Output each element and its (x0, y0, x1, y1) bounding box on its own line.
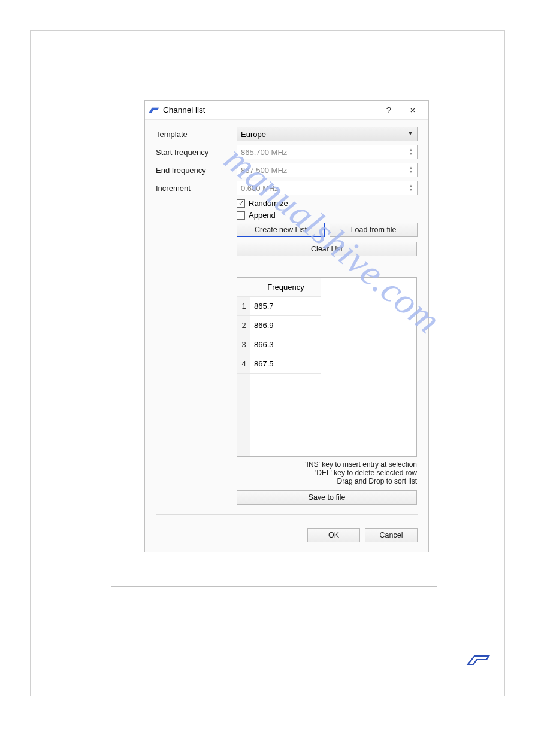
load-from-file-button[interactable]: Load from file (330, 223, 418, 237)
save-to-file-button[interactable]: Save to file (237, 490, 417, 505)
channel-list-dialog: Channel list ? × Template Europe ▼ Start… (144, 100, 429, 552)
close-button[interactable]: × (401, 101, 425, 120)
cancel-button[interactable]: Cancel (365, 528, 418, 542)
randomize-label: Randomize (249, 199, 288, 208)
increment-value: 0.600 MHz (241, 184, 279, 193)
section-separator (156, 266, 418, 266)
row-index: 4 (237, 354, 250, 374)
dialog-body: Template Europe ▼ Start frequency 865.70… (145, 120, 428, 552)
st-logo-icon (466, 652, 490, 669)
footer-rule (42, 675, 493, 675)
start-frequency-value: 865.700 MHz (241, 148, 287, 157)
header-rule (42, 69, 493, 69)
frequency-cell[interactable]: 865.7 (250, 297, 321, 316)
screenshot-frame: Channel list ? × Template Europe ▼ Start… (111, 96, 437, 587)
increment-input[interactable]: 0.600 MHz ▲▼ (237, 181, 418, 195)
help-button[interactable]: ? (377, 101, 401, 120)
increment-label: Increment (156, 184, 237, 193)
clear-list-button[interactable]: Clear List (237, 242, 417, 256)
row-index: 1 (237, 297, 250, 316)
template-select[interactable]: Europe ▼ (237, 127, 418, 141)
append-label: Append (249, 211, 276, 220)
dialog-footer: OK Cancel (156, 514, 418, 542)
template-value: Europe (241, 130, 266, 139)
titlebar: Channel list ? × (145, 101, 428, 120)
frequency-table[interactable]: 1 2 3 4 Frequency 865.7 866.9 866.3 867.… (237, 277, 417, 457)
hint-insert: 'INS' key to insert entry at selection (237, 460, 417, 469)
append-checkbox[interactable] (237, 211, 245, 220)
end-frequency-label: End frequency (156, 166, 237, 175)
row-index: 2 (237, 316, 250, 335)
chevron-down-icon: ▼ (407, 130, 413, 136)
template-label: Template (156, 130, 237, 139)
end-frequency-input[interactable]: 867.500 MHz ▲▼ (237, 163, 418, 177)
hint-delete: 'DEL' key to delete selected row (237, 469, 417, 477)
st-app-icon (149, 106, 159, 114)
randomize-checkbox[interactable]: ✓ (237, 199, 245, 208)
frequency-column-header: Frequency (250, 278, 321, 297)
start-frequency-label: Start frequency (156, 148, 237, 157)
frequency-cell[interactable]: 866.9 (250, 316, 321, 335)
create-new-list-button[interactable]: Create new List (237, 223, 325, 237)
frequency-cell[interactable]: 866.3 (250, 335, 321, 354)
frequency-cell[interactable]: 867.5 (250, 354, 321, 374)
spinner-icon[interactable]: ▲▼ (406, 146, 416, 158)
ok-button[interactable]: OK (307, 528, 360, 542)
spinner-icon[interactable]: ▲▼ (406, 164, 416, 176)
table-hints: 'INS' key to insert entry at selection '… (237, 460, 417, 485)
start-frequency-input[interactable]: 865.700 MHz ▲▼ (237, 145, 418, 159)
row-index: 3 (237, 335, 250, 354)
end-frequency-value: 867.500 MHz (241, 166, 287, 175)
row-header-blank (237, 278, 250, 297)
dialog-title: Channel list (163, 105, 205, 114)
check-icon: ✓ (238, 200, 244, 207)
spinner-icon[interactable]: ▲▼ (406, 182, 416, 194)
hint-drag: Drag and Drop to sort list (237, 477, 417, 485)
